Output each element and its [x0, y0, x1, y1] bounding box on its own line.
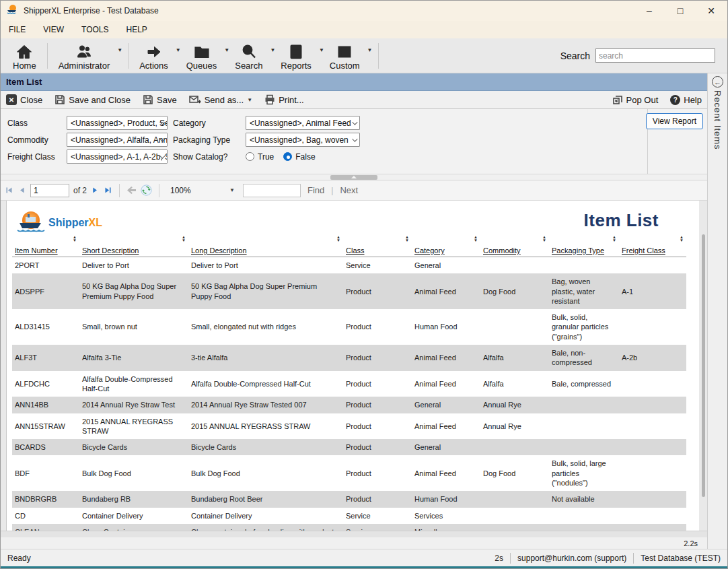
table-cell: 2014 Annual Rye Straw Tested 007 [188, 397, 343, 413]
pop-out-button[interactable]: Pop Out [612, 94, 659, 105]
user-account: support@hurkin.com (support) [517, 554, 626, 563]
commodity-filter-select[interactable]: <Unassigned>, Alfalfa, Ann [67, 133, 168, 147]
expand-left-arrow-icon[interactable]: ← [712, 76, 723, 88]
minimize-button[interactable]: – [636, 2, 663, 20]
horizontal-scrollbar[interactable] [1, 531, 707, 537]
back-button[interactable] [126, 186, 137, 195]
sort-icon[interactable]: ▲▼ [405, 236, 409, 242]
sort-icon[interactable]: ▲▼ [542, 236, 546, 242]
table-cell: Human Food [412, 491, 480, 507]
table-cell: Annual Rye [480, 397, 549, 413]
next-page-button[interactable] [91, 186, 100, 195]
catalog-true-radio[interactable]: True [246, 152, 274, 162]
sort-icon[interactable]: ▲▼ [73, 236, 77, 242]
freight-filter-select[interactable]: <Unassigned>, A-1, A-2b, S [67, 149, 168, 164]
home-button[interactable]: Home [7, 40, 42, 72]
sort-icon[interactable]: ▲▼ [474, 236, 478, 242]
queues-button[interactable]: Queues [181, 40, 223, 72]
chevron-down-icon[interactable]: ▼ [224, 47, 229, 53]
column-header-short-description[interactable]: Short Description▲▼ [79, 245, 188, 257]
table-row: ANN14BB2014 Annual Rye Straw Test2014 An… [12, 397, 686, 413]
table-cell: Not available [549, 491, 619, 507]
last-page-button[interactable] [104, 186, 112, 195]
table-cell: Small, brown nut [79, 309, 188, 345]
sort-icon[interactable]: ▲▼ [182, 236, 186, 242]
table-cell: Animal Feed [412, 345, 480, 371]
splitter-collapse-handle[interactable] [330, 175, 377, 180]
table-cell [480, 491, 549, 507]
category-filter-select[interactable]: <Unassigned>, Animal Feed [246, 116, 360, 130]
table-cell: Service [343, 508, 412, 524]
column-header-packaging-type[interactable]: Packaging Type▲▼ [549, 245, 619, 257]
zoom-select[interactable]: 100% ▼ [166, 183, 239, 197]
column-header-category[interactable]: Category▲▼ [412, 245, 480, 257]
menu-tools[interactable]: TOOLS [81, 25, 108, 34]
help-button[interactable]: ? Help [670, 95, 702, 105]
column-header-class[interactable]: Class▲▼ [343, 245, 412, 257]
table-cell [480, 439, 549, 455]
table-cell: Bulk Dog Food [188, 455, 343, 491]
table-cell: Dog Food [480, 455, 549, 491]
table-cell: 2PORT [12, 257, 79, 274]
close-window-button[interactable]: ✕ [698, 2, 725, 20]
chevron-down-icon[interactable]: ▼ [117, 47, 122, 53]
reports-button[interactable]: Reports [275, 40, 317, 72]
maximize-button[interactable]: □ [667, 2, 694, 20]
chevron-down-icon[interactable]: ▼ [176, 47, 181, 53]
column-header-freight-class[interactable]: Freight Class▲▼ [619, 245, 686, 257]
previous-page-button[interactable] [17, 186, 26, 195]
sort-icon[interactable]: ▲▼ [336, 236, 340, 242]
class-filter-select[interactable]: <Unassigned>, Product, Ser [67, 116, 168, 130]
menu-file[interactable]: FILE [9, 25, 26, 34]
table-cell: 2015 ANNUAL RYEGRASS STRAW [188, 413, 343, 440]
refresh-button[interactable] [141, 185, 152, 196]
sort-icon[interactable]: ▲▼ [612, 236, 616, 242]
find-text-input[interactable] [243, 184, 301, 197]
table-row: BNDBRGRBBundaberg RBBundaberg Root BeerP… [12, 491, 686, 507]
actions-button[interactable]: Actions [134, 40, 174, 72]
table-cell: Product [343, 439, 412, 455]
menu-help[interactable]: HELP [126, 25, 147, 34]
custom-button[interactable]: Custom [324, 40, 365, 72]
administrator-button[interactable]: Administrator [53, 40, 116, 72]
recent-items-strip[interactable]: ← Recent Items [707, 73, 727, 549]
packaging-filter-value: <Unassigned>, Bag, woven [250, 135, 349, 145]
column-header-item-number[interactable]: Item Number▲▼ [12, 245, 79, 257]
status-bar: Ready 2s support@hurkin.com (support) Te… [1, 549, 727, 568]
action-bar: ✕ Close Save and Close Save Send as... ▼ [1, 91, 707, 109]
chevron-down-icon[interactable]: ▼ [367, 47, 373, 53]
sort-icon[interactable]: ▲▼ [680, 236, 684, 242]
table-cell [619, 413, 686, 440]
search-icon [240, 41, 258, 60]
category-filter-value: <Unassigned>, Animal Feed [250, 119, 351, 128]
scrollbar-thumb[interactable] [702, 234, 705, 497]
send-as-button[interactable]: Send as... ▼ [189, 95, 252, 105]
column-header-commodity[interactable]: Commodity▲▼ [480, 245, 549, 257]
status-text: Ready [7, 554, 31, 563]
save-button[interactable]: Save [143, 94, 177, 105]
column-header-long-description[interactable]: Long Description▲▼ [188, 245, 343, 257]
table-cell: General [412, 397, 480, 413]
search-button[interactable]: Search [229, 40, 268, 72]
menu-view[interactable]: VIEW [43, 25, 64, 34]
save-and-close-button[interactable]: Save and Close [54, 94, 131, 105]
chevron-down-icon[interactable]: ▼ [270, 47, 275, 53]
vertical-scrollbar[interactable] [701, 228, 706, 517]
chevron-down-icon[interactable]: ▼ [319, 47, 324, 53]
find-button[interactable]: Find [305, 185, 327, 195]
first-page-button[interactable] [5, 186, 13, 195]
catalog-false-label: False [295, 152, 315, 162]
page-number-input[interactable] [30, 184, 69, 197]
print-button[interactable]: Print... [264, 94, 304, 105]
class-filter-value: <Unassigned>, Product, Ser [71, 119, 168, 128]
help-label: Help [684, 95, 702, 105]
table-cell: Bulk, solid, granular particles ("grains… [549, 309, 619, 345]
packaging-filter-select[interactable]: <Unassigned>, Bag, woven [246, 133, 360, 147]
next-button[interactable]: Next [337, 185, 361, 195]
catalog-false-radio[interactable]: False [283, 152, 315, 162]
toolbar-separator [47, 43, 48, 69]
global-search-input[interactable] [595, 48, 715, 63]
table-cell: Alfalfa Double-Compressed Half-Cut [188, 371, 343, 397]
view-report-button[interactable]: View Report [646, 113, 703, 129]
close-button[interactable]: ✕ Close [6, 94, 42, 105]
